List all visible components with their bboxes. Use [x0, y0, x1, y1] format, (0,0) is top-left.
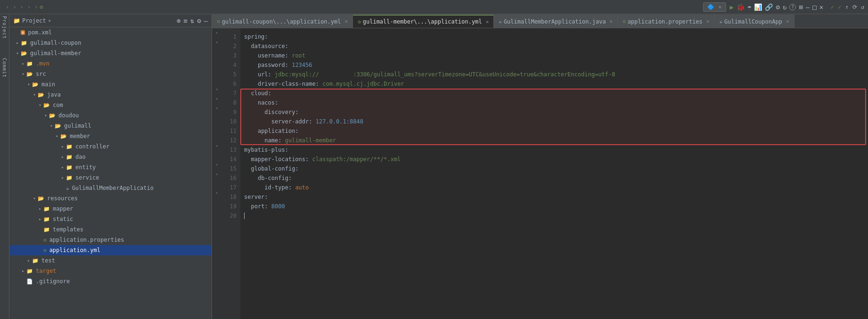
tree-item-dao[interactable]: 📁dao: [9, 152, 212, 162]
chevron-com[interactable]: [38, 103, 42, 107]
chevron-controller[interactable]: [60, 144, 65, 149]
gutter-1[interactable]: ▾: [212, 28, 221, 38]
tab-coupon-yml[interactable]: ⚙gulimall-coupon\...\application.yml×: [212, 15, 353, 28]
minimize-icon[interactable]: —: [806, 3, 810, 11]
help-icon[interactable]: ?: [789, 4, 796, 10]
tree-item-member2[interactable]: 📂member: [9, 131, 212, 141]
tree-item-src[interactable]: 📂src: [9, 69, 212, 79]
chevron-dao[interactable]: [60, 155, 65, 159]
panel-expand-icon[interactable]: ⇅: [190, 17, 194, 25]
gutter-16[interactable]: ▾: [212, 170, 221, 179]
git-checkmark-1[interactable]: ✓: [831, 4, 834, 10]
chevron-target[interactable]: [21, 269, 25, 273]
git-checkmark-2[interactable]: ✓: [838, 4, 841, 10]
git-push-icon[interactable]: ↑: [845, 4, 849, 10]
tree-item-service[interactable]: 📁service: [9, 172, 212, 183]
chevron-doudou[interactable]: [43, 113, 48, 118]
panel-hide-icon[interactable]: —: [204, 17, 208, 25]
gutter-20[interactable]: [212, 207, 221, 217]
tree-item-GulimallMemberApp[interactable]: ☕GulimallMemberApplicatio: [9, 183, 212, 193]
gutter-15[interactable]: ▾: [212, 160, 221, 170]
tree-item-entity[interactable]: 📁entity: [9, 162, 212, 172]
tab-member-yml[interactable]: ⚙gulimall-member\...\application.yml×: [353, 15, 494, 28]
tab-close-coupon-yml[interactable]: ×: [345, 18, 348, 25]
panel-dropdown-icon[interactable]: ▾: [48, 17, 51, 24]
tree-item-static[interactable]: 📁static: [9, 214, 212, 224]
gutter-10[interactable]: [212, 113, 221, 123]
gutter-11[interactable]: [212, 123, 221, 132]
chevron-src[interactable]: [21, 72, 25, 76]
chevron-mvn[interactable]: [21, 61, 25, 66]
tab-close-coupon-app[interactable]: ×: [786, 18, 789, 25]
chevron-java[interactable]: [32, 92, 37, 97]
chevron-member[interactable]: [15, 51, 20, 56]
tree-item-pom[interactable]: mpom.xml: [9, 27, 212, 38]
tree-item-templates[interactable]: 📁templates: [9, 224, 212, 235]
tree-item-mapper[interactable]: 📁mapper: [9, 204, 212, 214]
app-name-badge[interactable]: 🔷 ▾: [703, 2, 726, 12]
tree-item-doudou[interactable]: 📂doudou: [9, 110, 212, 121]
chevron-test[interactable]: [26, 258, 31, 263]
commit-sidebar-label[interactable]: Commit: [2, 58, 7, 78]
tab-gulimall-java[interactable]: ☕GulimallMemberApplication.java×: [494, 15, 618, 28]
tree-item-resources[interactable]: 📂resources: [9, 193, 212, 204]
project-sidebar-label[interactable]: Project: [2, 16, 7, 39]
tree-item-member[interactable]: 📂gulimall-member: [9, 48, 212, 58]
gutter-17[interactable]: [212, 179, 221, 188]
gutter-14[interactable]: [212, 151, 221, 160]
gutter-9[interactable]: ▾: [212, 104, 221, 113]
gutter-19[interactable]: [212, 198, 221, 207]
layout-icon[interactable]: ⊞: [799, 3, 802, 11]
chevron-coupon[interactable]: [15, 41, 20, 45]
chevron-resources[interactable]: [32, 196, 37, 201]
gutter-18[interactable]: ▾: [212, 188, 221, 198]
chevron-entity[interactable]: [60, 165, 65, 170]
debug-icon[interactable]: 🐞: [737, 3, 745, 11]
gutter-4[interactable]: [212, 57, 221, 66]
tree-item-coupon[interactable]: 📁gulimall-coupon: [9, 38, 212, 48]
git-undo-icon[interactable]: ↺: [861, 4, 864, 10]
close-icon[interactable]: ✕: [819, 3, 823, 11]
coverage-icon[interactable]: ☂: [747, 3, 751, 11]
tab-app-props[interactable]: ⚙application.properties×: [618, 15, 714, 28]
chevron-static[interactable]: [38, 217, 42, 221]
tree-item-mvn[interactable]: 📁.mvn: [9, 58, 212, 69]
tree-item-controller[interactable]: 📁controller: [9, 141, 212, 152]
gutter-5[interactable]: [212, 66, 221, 75]
toolbar-settings-icon[interactable]: ⚙: [776, 3, 779, 11]
gutter-3[interactable]: [212, 47, 221, 57]
tree-item-gitignore[interactable]: 📄.gitignore: [9, 276, 212, 286]
panel-locate-icon[interactable]: ⊕: [177, 17, 180, 25]
tree-item-test[interactable]: 📁test: [9, 255, 212, 266]
profile-icon[interactable]: 📊: [754, 3, 762, 11]
tab-close-app-props[interactable]: ×: [706, 18, 710, 25]
git-fetch-icon[interactable]: ⟳: [852, 4, 857, 10]
restore-icon[interactable]: □: [812, 3, 816, 11]
tab-close-member-yml[interactable]: ×: [486, 19, 489, 25]
tree-item-appprops[interactable]: ⚙application.properties: [9, 235, 212, 245]
gutter-12[interactable]: [212, 132, 221, 141]
gutter-6[interactable]: [212, 75, 221, 85]
chevron-service[interactable]: [60, 175, 65, 180]
gutter-7[interactable]: ▾: [212, 85, 221, 94]
app-dropdown-icon[interactable]: ▾: [718, 4, 721, 10]
gutter-2[interactable]: ▾: [212, 38, 221, 47]
code-editor[interactable]: ▾▾▾▾▾▾▾▾▾ 123456789101112131415161718192…: [212, 28, 868, 319]
tree-item-com[interactable]: 📂com: [9, 100, 212, 110]
panel-settings-icon[interactable]: ⚙: [197, 17, 201, 25]
tab-close-gulimall-java[interactable]: ×: [610, 18, 613, 25]
tree-item-gulimall[interactable]: 📂gulimall: [9, 121, 212, 131]
chevron-main[interactable]: [26, 82, 31, 87]
code-content[interactable]: spring: datasource: username: root passw…: [240, 28, 868, 319]
attach-icon[interactable]: 🔗: [765, 3, 773, 11]
run-icon[interactable]: ▶: [730, 3, 734, 11]
tree-item-java[interactable]: 📂java: [9, 90, 212, 100]
tree-item-appyml[interactable]: ⚙application.yml: [9, 245, 212, 255]
gutter-13[interactable]: ▾: [212, 141, 221, 151]
tree-item-main[interactable]: 📂main: [9, 79, 212, 90]
tab-coupon-app[interactable]: ☕GulimallCouponApp×: [714, 15, 794, 28]
chevron-gulimall[interactable]: [49, 123, 54, 128]
gutter-8[interactable]: ▾: [212, 94, 221, 104]
update-icon[interactable]: ↻: [783, 3, 786, 11]
panel-collapse-icon[interactable]: ≡: [183, 17, 187, 25]
